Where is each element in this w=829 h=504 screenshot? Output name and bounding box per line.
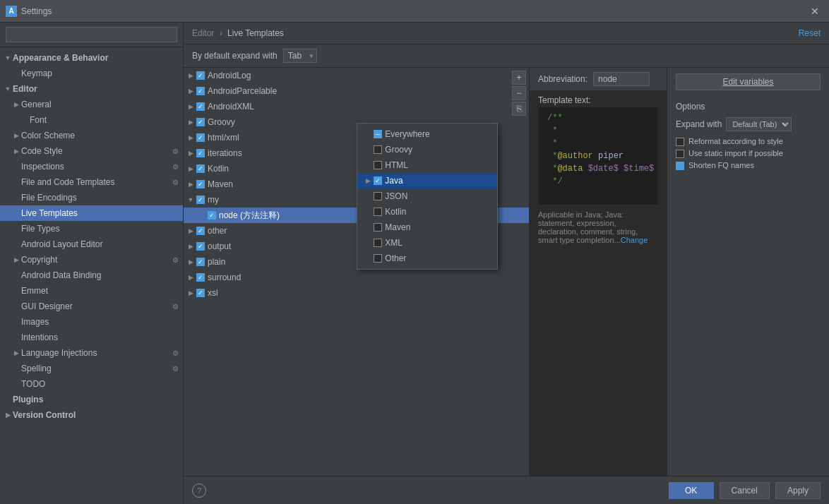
add-template-button[interactable]: + bbox=[512, 71, 526, 85]
popup-json[interactable]: JSON bbox=[357, 188, 497, 204]
close-button[interactable]: ✕ bbox=[806, 3, 823, 20]
reformat-checkbox[interactable] bbox=[676, 138, 684, 146]
xml-checkbox bbox=[374, 239, 382, 247]
copy-template-button[interactable]: ⎘ bbox=[512, 102, 526, 116]
pop-check: ─ bbox=[373, 130, 383, 138]
cancel-button[interactable]: Cancel bbox=[720, 482, 770, 499]
sidebar-item-editor[interactable]: ▼ Editor bbox=[0, 81, 183, 97]
popup-groovy[interactable]: Groovy bbox=[357, 142, 497, 157]
sidebar-item-images[interactable]: Images bbox=[0, 314, 183, 330]
template-code[interactable]: /** * * * @author piper * @data $date$ $… bbox=[538, 107, 658, 205]
sidebar-item-font[interactable]: Font bbox=[0, 112, 183, 128]
search-input[interactable] bbox=[6, 27, 177, 42]
group-checkbox[interactable] bbox=[196, 118, 205, 126]
sidebar-item-android-data-binding[interactable]: Android Data Binding bbox=[0, 268, 183, 283]
content-area: Editor › Live Templates Reset By default… bbox=[184, 23, 829, 504]
sidebar-item-version-control[interactable]: ▶ Version Control bbox=[0, 407, 183, 423]
sidebar-item-general[interactable]: ▶ General bbox=[0, 97, 183, 112]
popup-java[interactable]: ▶ ✓ Java bbox=[357, 173, 497, 188]
code-line: */ bbox=[547, 175, 649, 188]
title-bar: A Settings ✕ bbox=[0, 0, 829, 23]
popup-java-label: Java bbox=[385, 176, 402, 186]
popup-maven[interactable]: Maven bbox=[357, 220, 497, 235]
reset-button[interactable]: Reset bbox=[799, 28, 821, 38]
group-checkbox[interactable] bbox=[196, 273, 205, 282]
group-checkbox[interactable] bbox=[196, 71, 205, 80]
edit-variables-button[interactable]: Edit variables bbox=[676, 73, 821, 90]
sidebar-item-file-types[interactable]: File Types bbox=[0, 221, 183, 236]
group-checkbox[interactable] bbox=[196, 227, 205, 235]
ok-button[interactable]: OK bbox=[669, 482, 714, 499]
group-arrow-icon: ▶ bbox=[186, 150, 195, 157]
group-checkbox[interactable] bbox=[196, 102, 205, 111]
sidebar-item-keymap[interactable]: Keymap bbox=[0, 66, 183, 81]
sidebar-item-color-scheme[interactable]: ▶ Color Scheme bbox=[0, 128, 183, 143]
expand-arrow: ▶ bbox=[11, 101, 21, 108]
sidebar-item-file-code-templates[interactable]: File and Code Templates ⚙ bbox=[0, 174, 183, 190]
static-import-label: Use static import if possible bbox=[688, 149, 783, 157]
everywhere-checkbox: ─ bbox=[374, 130, 382, 138]
group-checkbox[interactable] bbox=[196, 180, 205, 188]
change-link[interactable]: Change bbox=[621, 236, 648, 244]
gear-icon: ⚙ bbox=[172, 148, 183, 155]
help-button[interactable]: ? bbox=[192, 484, 206, 498]
popup-html[interactable]: HTML bbox=[357, 157, 497, 173]
apply-button[interactable]: Apply bbox=[775, 482, 821, 499]
group-arrow-icon: ▶ bbox=[186, 72, 195, 79]
static-import-checkbox[interactable] bbox=[676, 150, 684, 158]
sidebar-item-file-encodings[interactable]: File Encodings bbox=[0, 190, 183, 205]
expand-dropdown[interactable]: Tab bbox=[283, 49, 317, 63]
remove-template-button[interactable]: − bbox=[512, 86, 526, 100]
sidebar-item-plugins[interactable]: Plugins bbox=[0, 392, 183, 407]
popup-kotlin[interactable]: Kotlin bbox=[357, 204, 497, 220]
app-icon: A bbox=[6, 6, 17, 17]
group-checkbox[interactable] bbox=[196, 196, 205, 204]
item-checkbox[interactable] bbox=[208, 211, 216, 220]
sidebar-tree: ▼ Appearance & Behavior Keymap ▼ Editor … bbox=[0, 47, 183, 504]
group-checkbox[interactable] bbox=[196, 87, 205, 95]
popup-other[interactable]: Other bbox=[357, 251, 497, 266]
group-checkbox[interactable] bbox=[196, 289, 205, 297]
sidebar-item-code-style[interactable]: ▶ Code Style ⚙ bbox=[0, 143, 183, 159]
gear-icon: ⚙ bbox=[172, 163, 183, 171]
sidebar-item-emmet[interactable]: Emmet bbox=[0, 283, 183, 299]
sidebar-item-inspections[interactable]: Inspections ⚙ bbox=[0, 159, 183, 174]
abbreviation-input[interactable] bbox=[593, 72, 650, 86]
popup-everywhere[interactable]: ─ Everywhere bbox=[357, 126, 497, 142]
group-androidxml[interactable]: ▶ AndroidXML bbox=[184, 99, 529, 114]
group-arrow-icon: ▶ bbox=[186, 274, 195, 281]
group-checkbox[interactable] bbox=[196, 133, 205, 142]
sidebar-item-copyright[interactable]: ▶ Copyright ⚙ bbox=[0, 252, 183, 268]
group-xsl[interactable]: ▶ xsl bbox=[184, 285, 529, 301]
gear-icon: ⚙ bbox=[172, 365, 183, 373]
group-arrow-icon: ▶ bbox=[186, 119, 195, 126]
group-androidlog[interactable]: ▶ AndroidLog bbox=[184, 68, 529, 83]
sidebar-item-live-templates[interactable]: Live Templates bbox=[0, 205, 183, 221]
sidebar-item-language-injections[interactable]: ▶ Language Injections ⚙ bbox=[0, 345, 183, 361]
group-checkbox[interactable] bbox=[196, 258, 205, 266]
sidebar-item-appearance[interactable]: ▼ Appearance & Behavior bbox=[0, 50, 183, 66]
content-header: Editor › Live Templates Reset bbox=[184, 23, 829, 44]
group-arrow-icon: ▶ bbox=[186, 165, 195, 172]
group-arrow-icon: ▼ bbox=[186, 196, 195, 203]
context-menu[interactable]: ─ Everywhere Groovy HTML ▶ ✓ Java bbox=[357, 123, 498, 270]
group-surround[interactable]: ▶ surround bbox=[184, 270, 529, 285]
group-checkbox[interactable] bbox=[196, 149, 205, 157]
sidebar-item-intentions[interactable]: Intentions bbox=[0, 330, 183, 345]
sidebar-item-spelling[interactable]: Spelling ⚙ bbox=[0, 361, 183, 376]
shorten-fq-checkbox[interactable] bbox=[676, 162, 684, 170]
right-panel: Edit variables Options Expand with Defau… bbox=[667, 68, 829, 476]
sidebar-item-gui-designer[interactable]: GUI Designer ⚙ bbox=[0, 299, 183, 314]
group-androidparcelable[interactable]: ▶ AndroidParcelable bbox=[184, 83, 529, 99]
sidebar-item-todo[interactable]: TODO bbox=[0, 376, 183, 392]
code-line: * bbox=[547, 137, 649, 150]
popup-xml[interactable]: XML bbox=[357, 235, 497, 251]
group-arrow-icon: ▶ bbox=[186, 103, 195, 110]
expand-with-select[interactable]: Default (Tab) bbox=[726, 117, 792, 131]
sidebar-item-android-layout-editor[interactable]: Android Layout Editor bbox=[0, 236, 183, 252]
group-checkbox[interactable] bbox=[196, 164, 205, 173]
code-line: /** bbox=[547, 112, 649, 124]
popup-other-label: Other bbox=[385, 253, 406, 263]
group-checkbox[interactable] bbox=[196, 242, 205, 251]
code-line: * bbox=[547, 124, 649, 137]
